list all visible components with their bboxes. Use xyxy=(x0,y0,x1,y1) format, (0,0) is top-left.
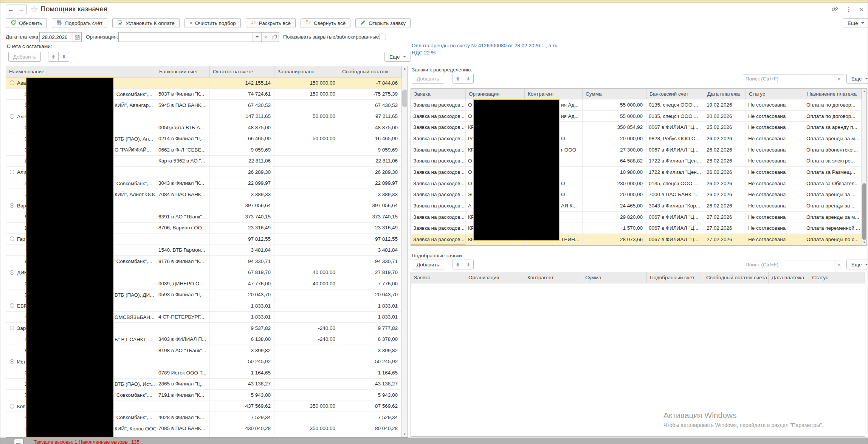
selected-add-button[interactable]: Добавить xyxy=(412,260,444,269)
move-down-icon[interactable] xyxy=(463,74,474,84)
column-header[interactable]: Статус xyxy=(809,272,865,283)
link-icon[interactable] xyxy=(831,6,838,14)
selected-table: ЗаявкаОрганизацияКонтрагентСуммаПодобран… xyxy=(411,272,865,437)
move-up-icon[interactable] xyxy=(453,74,463,84)
column-header[interactable]: Сумма xyxy=(583,89,646,99)
move-down-icon[interactable] xyxy=(463,260,474,269)
close-icon[interactable]: × xyxy=(859,6,863,14)
column-header[interactable]: Банковский счет xyxy=(646,89,704,99)
cell-date: 19.02.2026 xyxy=(704,99,746,110)
status-bar-icon[interactable] xyxy=(14,439,24,444)
calendar-icon[interactable] xyxy=(73,32,81,42)
column-header[interactable]: Сумма xyxy=(582,272,647,283)
scroll-up-icon[interactable]: ▲ xyxy=(402,66,408,71)
collapse-group-icon[interactable] xyxy=(10,270,14,275)
back-arrow-icon[interactable]: ← xyxy=(6,5,16,14)
cell-free: 80 040,28 xyxy=(339,423,401,434)
collapse-group-icon[interactable] xyxy=(10,303,14,308)
expand-all-button[interactable]: Раскрыть всё xyxy=(246,18,296,28)
collapse-group-icon[interactable] xyxy=(10,80,14,85)
scrollbar-thumb[interactable] xyxy=(862,183,866,240)
panel-splitter[interactable] xyxy=(409,40,409,438)
organization-combo[interactable]: × xyxy=(118,32,279,42)
accounts-scrollbar[interactable]: ▲ ▼ xyxy=(401,66,408,437)
column-header[interactable]: Свободный остаток счёта xyxy=(703,272,769,283)
scroll-down-icon[interactable]: ▼ xyxy=(402,432,408,437)
payment-date-field[interactable]: 28.02.2026 xyxy=(39,32,82,42)
move-down-icon[interactable] xyxy=(59,52,69,62)
distribute-add-button[interactable]: Добавить xyxy=(412,74,444,84)
distribute-scrollbar[interactable]: ▲ ▼ xyxy=(862,89,866,245)
favorite-star-icon[interactable]: ☆ xyxy=(31,5,38,14)
column-header[interactable]: Наименование xyxy=(6,66,156,77)
open-request-icon xyxy=(360,20,366,26)
distribute-more-button[interactable]: Еще xyxy=(846,74,868,84)
scrollbar-thumb[interactable] xyxy=(402,90,407,107)
menu-dots-icon[interactable]: ⋮ xyxy=(846,6,852,13)
cell-balance: 22 899,97 xyxy=(210,178,274,189)
column-header[interactable]: Дата платежа xyxy=(769,272,809,283)
column-header[interactable]: Контрагент xyxy=(525,89,583,99)
clear-selection-button[interactable]: × Очистить подбор xyxy=(184,18,241,28)
column-header[interactable]: Организация xyxy=(465,272,524,283)
column-header[interactable]: Дата платежа xyxy=(704,89,746,99)
column-header[interactable]: Организация xyxy=(466,89,525,99)
search-clear-icon[interactable]: × xyxy=(834,74,844,83)
group-name-text: Зар xyxy=(17,323,26,334)
forward-arrow-icon[interactable]: → xyxy=(16,5,27,14)
cell-bank xyxy=(156,356,210,367)
cell-free: 5 943,00 xyxy=(339,390,401,401)
scroll-down-icon[interactable]: ▼ xyxy=(862,240,866,245)
search-clear-icon[interactable]: × xyxy=(834,260,844,269)
window-more-button[interactable]: Еще xyxy=(843,18,868,28)
show-closed-checkbox[interactable] xyxy=(380,34,386,40)
move-up-icon[interactable] xyxy=(48,52,59,62)
selected-search-input[interactable]: Поиск (Ctrl+F) xyxy=(743,260,834,269)
collapse-group-icon[interactable] xyxy=(10,203,14,208)
cell-free: 3 399,82 xyxy=(339,345,401,356)
cell-status: Не согласована xyxy=(746,167,804,178)
open-request-button[interactable]: Открыть заявку xyxy=(355,18,411,28)
selected-more-button[interactable]: Еще xyxy=(846,260,868,269)
combo-open-icon[interactable] xyxy=(270,32,279,42)
cell-balance: 3 389,33 xyxy=(210,189,274,200)
column-header[interactable]: Подобранный счёт xyxy=(647,272,703,283)
cell-bank: 0050,карта ВТБ А... xyxy=(156,122,210,133)
cell-planned xyxy=(274,312,339,323)
cell-planned: 150 000,00 xyxy=(274,89,339,100)
collapse-group-icon[interactable] xyxy=(10,237,14,241)
combo-dropdown-icon[interactable] xyxy=(253,32,261,42)
horizontal-splitter[interactable] xyxy=(411,250,865,250)
column-header[interactable]: Свободный остаток xyxy=(339,66,401,77)
column-header[interactable]: Назначение платежа xyxy=(804,89,862,99)
cell-balance: 43 138,27 xyxy=(210,379,274,390)
accounts-more-button[interactable]: Еще xyxy=(384,52,411,62)
column-header[interactable]: Заявка xyxy=(411,89,466,99)
group-name-text: Али xyxy=(17,167,26,178)
collapse-all-icon xyxy=(305,20,311,26)
column-header[interactable]: Статус xyxy=(746,89,804,99)
collapse-all-button[interactable]: Свернуть всё xyxy=(301,18,350,28)
combo-clear-icon[interactable]: × xyxy=(261,32,270,42)
cell-status: Не согласована xyxy=(746,133,804,144)
distribute-search-input[interactable]: Поиск (Ctrl+F) xyxy=(743,74,834,83)
column-header[interactable]: Остаток на счете xyxy=(210,66,274,77)
scroll-up-icon[interactable]: ▲ xyxy=(862,89,866,94)
set-to-pay-button[interactable]: Установить К оплате xyxy=(112,18,180,28)
column-header[interactable]: Заявка xyxy=(411,272,465,283)
column-header[interactable]: Контрагент xyxy=(524,272,582,283)
collapse-group-icon[interactable] xyxy=(10,359,14,364)
collapse-group-icon[interactable] xyxy=(10,326,14,330)
cell-sum: 28 073,66 xyxy=(583,234,646,245)
select-account-button[interactable]: Подобрать счёт xyxy=(52,18,107,28)
move-up-icon[interactable] xyxy=(453,260,463,269)
collapse-group-icon[interactable] xyxy=(10,170,14,174)
account-name-tail: ВТБ (ПАО), Ист... xyxy=(115,379,155,390)
cell-planned: 31 237,50 xyxy=(274,434,339,438)
accounts-add-button[interactable]: Добавить xyxy=(8,52,41,62)
collapse-group-icon[interactable] xyxy=(10,404,14,408)
column-header[interactable]: Банковский счет xyxy=(156,66,210,77)
refresh-button[interactable]: Обновить xyxy=(6,18,47,28)
column-header[interactable]: Запланировано xyxy=(274,66,339,77)
collapse-group-icon[interactable] xyxy=(10,114,14,119)
